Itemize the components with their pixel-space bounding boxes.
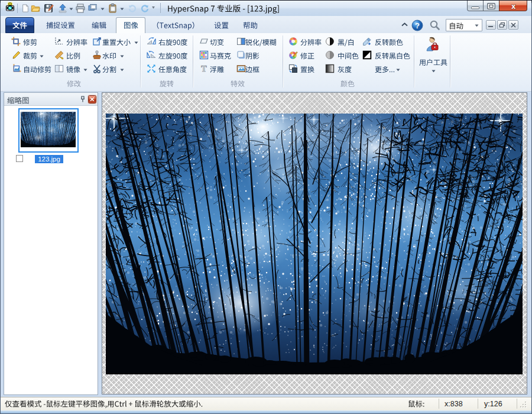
svg-text:x: x <box>511 2 516 11</box>
svg-text:?: ? <box>415 21 420 30</box>
svg-text:T: T <box>201 64 207 73</box>
